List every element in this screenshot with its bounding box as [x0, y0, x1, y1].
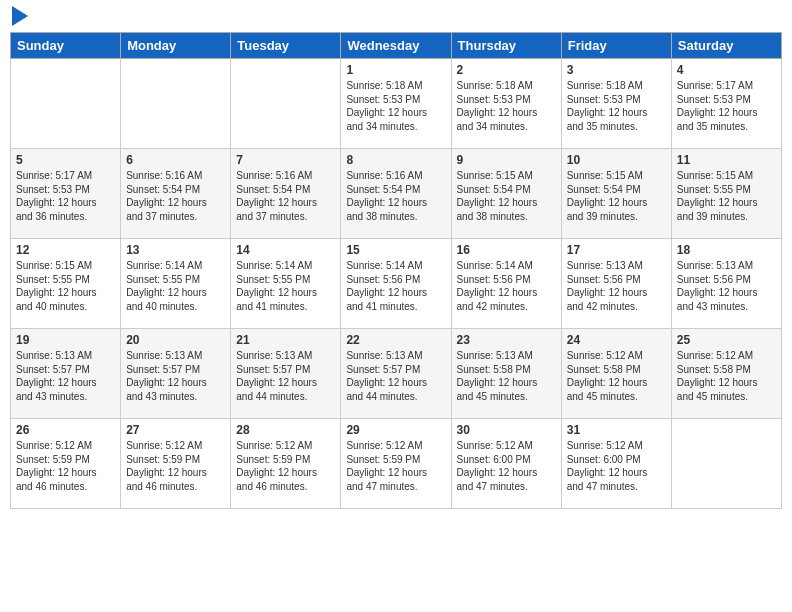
day-number: 11 [677, 153, 776, 167]
calendar-cell: 15Sunrise: 5:14 AM Sunset: 5:56 PM Dayli… [341, 239, 451, 329]
weekday-header-friday: Friday [561, 33, 671, 59]
calendar-cell: 23Sunrise: 5:13 AM Sunset: 5:58 PM Dayli… [451, 329, 561, 419]
calendar-cell: 13Sunrise: 5:14 AM Sunset: 5:55 PM Dayli… [121, 239, 231, 329]
day-number: 9 [457, 153, 556, 167]
day-info: Sunrise: 5:16 AM Sunset: 5:54 PM Dayligh… [236, 169, 335, 223]
logo [10, 10, 28, 26]
day-number: 1 [346, 63, 445, 77]
day-number: 14 [236, 243, 335, 257]
calendar-cell: 30Sunrise: 5:12 AM Sunset: 6:00 PM Dayli… [451, 419, 561, 509]
day-number: 13 [126, 243, 225, 257]
day-info: Sunrise: 5:15 AM Sunset: 5:54 PM Dayligh… [457, 169, 556, 223]
day-info: Sunrise: 5:18 AM Sunset: 5:53 PM Dayligh… [457, 79, 556, 133]
day-info: Sunrise: 5:12 AM Sunset: 5:59 PM Dayligh… [346, 439, 445, 493]
day-number: 23 [457, 333, 556, 347]
weekday-header-tuesday: Tuesday [231, 33, 341, 59]
day-info: Sunrise: 5:13 AM Sunset: 5:58 PM Dayligh… [457, 349, 556, 403]
calendar-cell: 7Sunrise: 5:16 AM Sunset: 5:54 PM Daylig… [231, 149, 341, 239]
calendar-week-4: 19Sunrise: 5:13 AM Sunset: 5:57 PM Dayli… [11, 329, 782, 419]
day-number: 6 [126, 153, 225, 167]
day-number: 5 [16, 153, 115, 167]
calendar-week-2: 5Sunrise: 5:17 AM Sunset: 5:53 PM Daylig… [11, 149, 782, 239]
day-info: Sunrise: 5:18 AM Sunset: 5:53 PM Dayligh… [346, 79, 445, 133]
day-info: Sunrise: 5:12 AM Sunset: 6:00 PM Dayligh… [457, 439, 556, 493]
day-number: 12 [16, 243, 115, 257]
day-info: Sunrise: 5:14 AM Sunset: 5:55 PM Dayligh… [236, 259, 335, 313]
calendar-cell: 9Sunrise: 5:15 AM Sunset: 5:54 PM Daylig… [451, 149, 561, 239]
day-number: 29 [346, 423, 445, 437]
calendar-cell: 31Sunrise: 5:12 AM Sunset: 6:00 PM Dayli… [561, 419, 671, 509]
day-info: Sunrise: 5:12 AM Sunset: 5:58 PM Dayligh… [677, 349, 776, 403]
weekday-header-saturday: Saturday [671, 33, 781, 59]
day-number: 18 [677, 243, 776, 257]
day-number: 20 [126, 333, 225, 347]
calendar-cell: 5Sunrise: 5:17 AM Sunset: 5:53 PM Daylig… [11, 149, 121, 239]
day-number: 25 [677, 333, 776, 347]
calendar-header-row: SundayMondayTuesdayWednesdayThursdayFrid… [11, 33, 782, 59]
calendar-cell [11, 59, 121, 149]
calendar-cell: 24Sunrise: 5:12 AM Sunset: 5:58 PM Dayli… [561, 329, 671, 419]
day-info: Sunrise: 5:16 AM Sunset: 5:54 PM Dayligh… [346, 169, 445, 223]
calendar-cell: 19Sunrise: 5:13 AM Sunset: 5:57 PM Dayli… [11, 329, 121, 419]
calendar-cell: 2Sunrise: 5:18 AM Sunset: 5:53 PM Daylig… [451, 59, 561, 149]
day-number: 17 [567, 243, 666, 257]
day-info: Sunrise: 5:12 AM Sunset: 5:59 PM Dayligh… [236, 439, 335, 493]
calendar-week-1: 1Sunrise: 5:18 AM Sunset: 5:53 PM Daylig… [11, 59, 782, 149]
day-number: 26 [16, 423, 115, 437]
logo-arrow-icon [12, 6, 28, 26]
weekday-header-thursday: Thursday [451, 33, 561, 59]
calendar-cell: 29Sunrise: 5:12 AM Sunset: 5:59 PM Dayli… [341, 419, 451, 509]
day-info: Sunrise: 5:14 AM Sunset: 5:56 PM Dayligh… [346, 259, 445, 313]
calendar-cell: 17Sunrise: 5:13 AM Sunset: 5:56 PM Dayli… [561, 239, 671, 329]
day-info: Sunrise: 5:13 AM Sunset: 5:57 PM Dayligh… [16, 349, 115, 403]
day-info: Sunrise: 5:13 AM Sunset: 5:57 PM Dayligh… [126, 349, 225, 403]
day-number: 30 [457, 423, 556, 437]
day-info: Sunrise: 5:15 AM Sunset: 5:54 PM Dayligh… [567, 169, 666, 223]
calendar-cell [231, 59, 341, 149]
calendar-cell: 8Sunrise: 5:16 AM Sunset: 5:54 PM Daylig… [341, 149, 451, 239]
day-number: 2 [457, 63, 556, 77]
day-info: Sunrise: 5:13 AM Sunset: 5:56 PM Dayligh… [567, 259, 666, 313]
day-number: 27 [126, 423, 225, 437]
calendar-cell: 12Sunrise: 5:15 AM Sunset: 5:55 PM Dayli… [11, 239, 121, 329]
day-number: 8 [346, 153, 445, 167]
weekday-header-wednesday: Wednesday [341, 33, 451, 59]
day-info: Sunrise: 5:12 AM Sunset: 5:59 PM Dayligh… [126, 439, 225, 493]
calendar-cell: 26Sunrise: 5:12 AM Sunset: 5:59 PM Dayli… [11, 419, 121, 509]
day-number: 3 [567, 63, 666, 77]
day-number: 7 [236, 153, 335, 167]
day-info: Sunrise: 5:13 AM Sunset: 5:57 PM Dayligh… [346, 349, 445, 403]
day-info: Sunrise: 5:16 AM Sunset: 5:54 PM Dayligh… [126, 169, 225, 223]
calendar-cell: 3Sunrise: 5:18 AM Sunset: 5:53 PM Daylig… [561, 59, 671, 149]
day-number: 31 [567, 423, 666, 437]
weekday-header-sunday: Sunday [11, 33, 121, 59]
day-info: Sunrise: 5:14 AM Sunset: 5:56 PM Dayligh… [457, 259, 556, 313]
day-number: 22 [346, 333, 445, 347]
calendar-cell: 20Sunrise: 5:13 AM Sunset: 5:57 PM Dayli… [121, 329, 231, 419]
calendar-cell: 28Sunrise: 5:12 AM Sunset: 5:59 PM Dayli… [231, 419, 341, 509]
calendar-cell: 4Sunrise: 5:17 AM Sunset: 5:53 PM Daylig… [671, 59, 781, 149]
calendar-cell: 11Sunrise: 5:15 AM Sunset: 5:55 PM Dayli… [671, 149, 781, 239]
calendar-cell: 25Sunrise: 5:12 AM Sunset: 5:58 PM Dayli… [671, 329, 781, 419]
day-info: Sunrise: 5:17 AM Sunset: 5:53 PM Dayligh… [16, 169, 115, 223]
day-number: 24 [567, 333, 666, 347]
day-info: Sunrise: 5:15 AM Sunset: 5:55 PM Dayligh… [16, 259, 115, 313]
day-number: 15 [346, 243, 445, 257]
day-number: 21 [236, 333, 335, 347]
calendar-cell [121, 59, 231, 149]
calendar-cell: 1Sunrise: 5:18 AM Sunset: 5:53 PM Daylig… [341, 59, 451, 149]
calendar-cell: 14Sunrise: 5:14 AM Sunset: 5:55 PM Dayli… [231, 239, 341, 329]
calendar-cell: 21Sunrise: 5:13 AM Sunset: 5:57 PM Dayli… [231, 329, 341, 419]
day-number: 19 [16, 333, 115, 347]
calendar-cell: 18Sunrise: 5:13 AM Sunset: 5:56 PM Dayli… [671, 239, 781, 329]
day-info: Sunrise: 5:12 AM Sunset: 6:00 PM Dayligh… [567, 439, 666, 493]
day-info: Sunrise: 5:13 AM Sunset: 5:57 PM Dayligh… [236, 349, 335, 403]
weekday-header-monday: Monday [121, 33, 231, 59]
day-number: 4 [677, 63, 776, 77]
calendar-week-5: 26Sunrise: 5:12 AM Sunset: 5:59 PM Dayli… [11, 419, 782, 509]
day-info: Sunrise: 5:14 AM Sunset: 5:55 PM Dayligh… [126, 259, 225, 313]
calendar-cell: 6Sunrise: 5:16 AM Sunset: 5:54 PM Daylig… [121, 149, 231, 239]
day-info: Sunrise: 5:13 AM Sunset: 5:56 PM Dayligh… [677, 259, 776, 313]
page-header [10, 10, 782, 26]
calendar-cell: 22Sunrise: 5:13 AM Sunset: 5:57 PM Dayli… [341, 329, 451, 419]
